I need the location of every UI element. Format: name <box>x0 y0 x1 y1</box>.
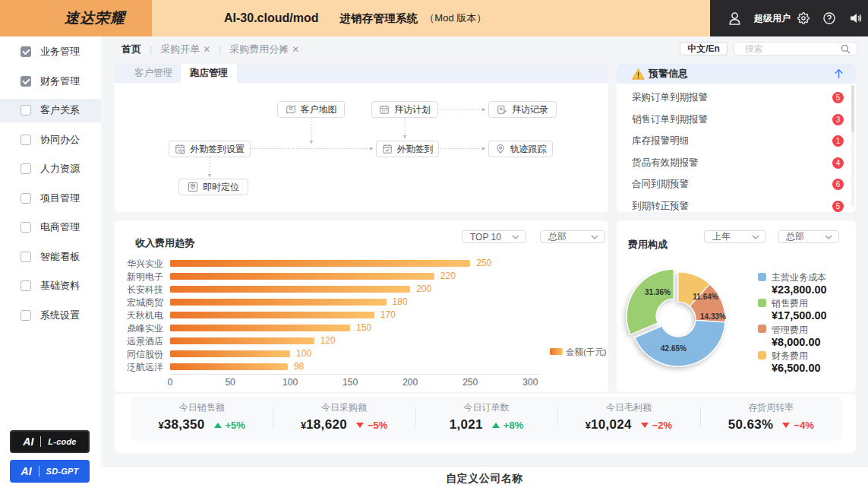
svg-text:31.36%: 31.36% <box>645 288 671 296</box>
svg-text:14.33%: 14.33% <box>700 312 726 321</box>
svg-text:11.64%: 11.64% <box>693 293 718 301</box>
svg-text:42.65%: 42.65% <box>661 344 687 353</box>
